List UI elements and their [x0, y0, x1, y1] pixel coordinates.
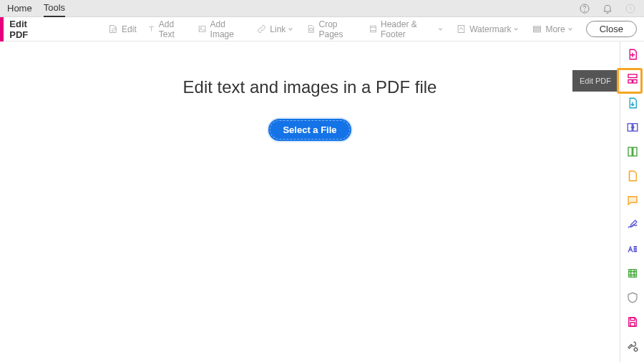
tool-watermark-label: Watermark	[469, 24, 511, 34]
tab-tools[interactable]: Tools	[44, 0, 65, 17]
svg-rect-18	[633, 147, 636, 156]
svg-rect-20	[630, 318, 635, 321]
rail-redact-icon[interactable]	[625, 242, 640, 256]
svg-rect-3	[200, 26, 206, 32]
close-button[interactable]: Close	[586, 21, 637, 37]
rail-settings-tool-icon[interactable]	[625, 339, 640, 353]
tool-addtext-label: Add Text	[159, 19, 188, 39]
tool-watermark[interactable]: Watermark	[456, 24, 522, 34]
svg-rect-9	[534, 26, 541, 28]
accent-bar	[0, 17, 4, 41]
main-area: Edit text and images in a PDF file Selec…	[0, 41, 644, 362]
svg-rect-8	[458, 26, 464, 33]
svg-point-1	[585, 10, 585, 11]
rail-enhance-scans-icon[interactable]	[625, 145, 640, 159]
tool-edit-label: Edit	[122, 24, 137, 34]
svg-rect-11	[534, 31, 541, 32]
tool-crop-pages[interactable]: Crop Pages	[306, 19, 358, 39]
rail-protect-icon[interactable]	[625, 290, 640, 305]
svg-rect-5	[371, 26, 376, 32]
rail-tooltip-label: Edit PDF	[572, 70, 618, 92]
tool-more[interactable]: More	[532, 24, 575, 34]
tool-add-text[interactable]: Add Text	[147, 19, 188, 39]
svg-rect-17	[628, 147, 632, 156]
svg-point-22	[634, 348, 638, 351]
select-file-button[interactable]: Select a File	[268, 119, 351, 141]
chevron-down-icon	[567, 26, 573, 32]
toolbar-title: Edit PDF	[9, 19, 44, 40]
tab-home[interactable]: Home	[7, 0, 32, 16]
rail-save-icon[interactable]	[625, 315, 640, 329]
tool-more-label: More	[545, 24, 565, 34]
rail-tooltip-callout: Edit PDF	[578, 70, 643, 92]
highlight-box	[617, 68, 643, 94]
chevron-down-icon	[288, 26, 293, 32]
notifications-icon[interactable]	[601, 2, 614, 15]
headline: Edit text and images in a PDF file	[183, 77, 437, 97]
rail-export-pdf-icon[interactable]	[625, 96, 640, 110]
edit-pdf-toolbar: Edit PDF Edit Add Text Add Image Link Cr…	[0, 17, 644, 41]
rail-comment-icon[interactable]	[625, 193, 640, 207]
rail-optimize-icon[interactable]	[625, 266, 640, 280]
tool-header-footer[interactable]: Header & Footer	[369, 19, 446, 39]
canvas: Edit text and images in a PDF file Selec…	[0, 41, 620, 362]
rail-organize-icon[interactable]	[625, 120, 640, 134]
svg-rect-21	[630, 323, 635, 326]
svg-rect-19	[628, 270, 636, 278]
tool-addimage-label: Add Image	[210, 19, 247, 39]
rail-combine-icon[interactable]	[625, 169, 640, 183]
chevron-down-icon	[438, 26, 443, 32]
tools-rail: Edit PDF	[620, 41, 644, 362]
top-nav: Home Tools	[0, 0, 644, 17]
rail-create-pdf-icon[interactable]	[625, 47, 640, 62]
svg-rect-10	[534, 29, 541, 30]
tool-link-label: Link	[270, 24, 286, 34]
tool-link[interactable]: Link	[256, 24, 296, 34]
rail-fill-sign-icon[interactable]	[625, 217, 640, 232]
tool-edit[interactable]: Edit	[108, 24, 137, 34]
tool-headerfooter-label: Header & Footer	[381, 19, 436, 39]
tool-crop-label: Crop Pages	[319, 19, 358, 39]
tool-add-image[interactable]: Add Image	[197, 19, 246, 39]
account-icon[interactable]	[624, 2, 637, 15]
help-icon[interactable]	[578, 2, 591, 15]
chevron-down-icon	[513, 26, 519, 32]
